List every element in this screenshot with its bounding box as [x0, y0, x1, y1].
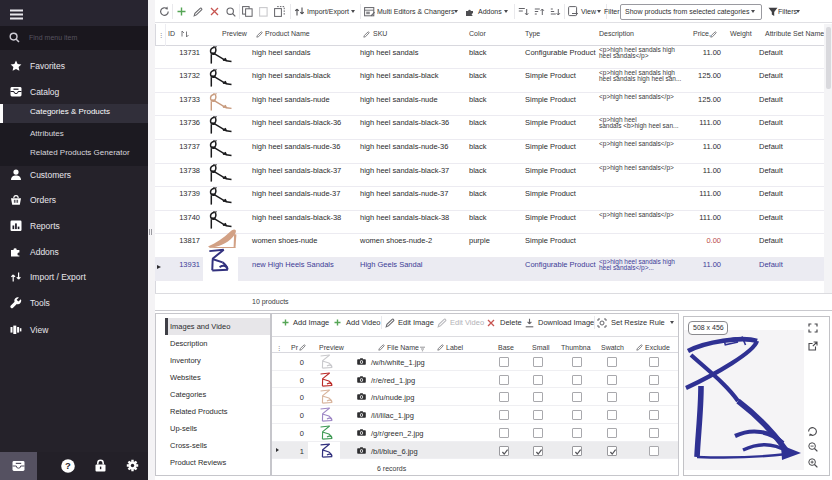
svg-text:?: ? — [65, 460, 71, 471]
